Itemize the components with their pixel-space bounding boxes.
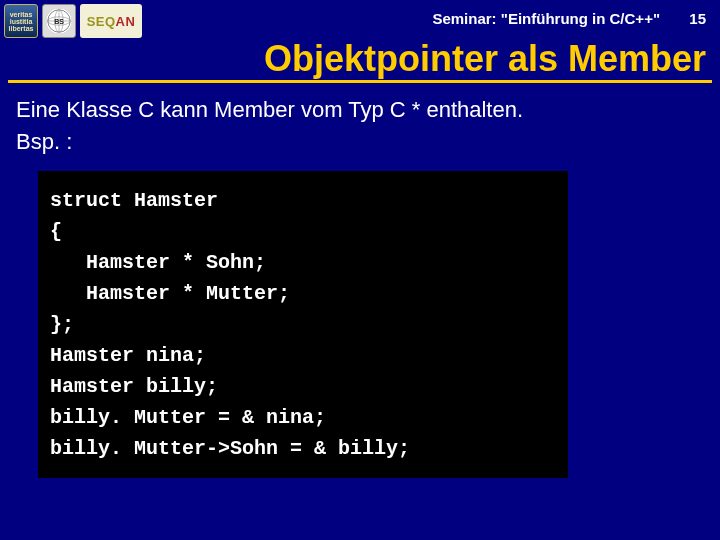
seqan-logo: SEQAN [80, 4, 142, 38]
seqan-an: AN [116, 14, 136, 29]
code-box: struct Hamster { Hamster * Sohn; Hamster… [38, 171, 568, 478]
seminar-label: Seminar: "Einführung in C/C++" [142, 4, 664, 27]
slide-title: Objektpointer als Member [8, 40, 712, 78]
shield-logo-text: veritas iustitia libertas [5, 11, 37, 32]
intro-text-1: Eine Klasse C kann Member vom Typ C * en… [16, 97, 704, 123]
slide-number: 15 [664, 4, 712, 27]
logo-group: veritas iustitia libertas BS SEQAN [4, 4, 142, 38]
header: veritas iustitia libertas BS SEQAN Semin… [0, 0, 720, 40]
seqan-seq: SEQ [87, 14, 116, 29]
globe-logo: BS [42, 4, 76, 38]
title-block: Objektpointer als Member [0, 40, 720, 83]
slide-body: Eine Klasse C kann Member vom Typ C * en… [0, 83, 720, 498]
globe-icon: BS [45, 7, 73, 35]
intro-text-2: Bsp. : [16, 129, 704, 155]
svg-text:BS: BS [54, 18, 64, 25]
shield-logo: veritas iustitia libertas [4, 4, 38, 38]
